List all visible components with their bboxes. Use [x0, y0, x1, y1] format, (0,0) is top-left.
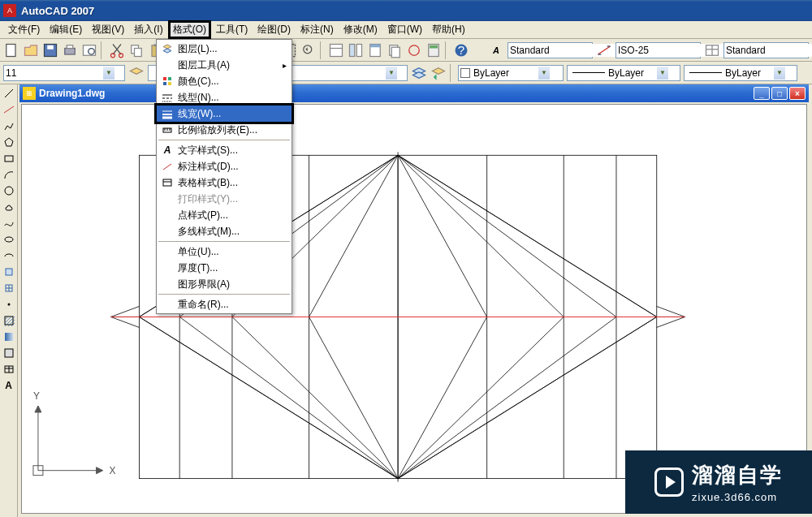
dropdown-arrow-icon[interactable] — [774, 67, 785, 80]
svg-line-66 — [398, 155, 616, 317]
gradient-icon[interactable] — [2, 330, 16, 344]
textstyle-icon[interactable]: A — [487, 41, 505, 59]
circle-icon[interactable] — [2, 183, 16, 198]
mtext-icon[interactable]: A — [2, 378, 16, 393]
new-icon[interactable] — [2, 41, 20, 59]
tablestyle-select[interactable] — [723, 42, 809, 58]
hatch-icon[interactable] — [2, 313, 16, 328]
ellipsearc-icon[interactable] — [2, 248, 16, 263]
menu-help[interactable]: 帮助(H) — [427, 21, 470, 38]
arc-icon[interactable] — [2, 167, 16, 182]
menu-scalelist[interactable]: 比例缩放列表(E)... — [157, 122, 292, 138]
palette-icon — [160, 75, 175, 88]
watermark: 溜溜自学 zixue.3d66.com — [625, 450, 812, 514]
layerprev-icon[interactable] — [430, 64, 447, 82]
table-icon[interactable] — [2, 362, 16, 377]
minimize-button[interactable]: _ — [754, 87, 770, 100]
svg-rect-20 — [350, 44, 355, 56]
print-icon[interactable] — [61, 41, 79, 59]
zoom-prev-icon[interactable] — [300, 41, 317, 59]
line-swatch — [572, 72, 605, 73]
svg-line-86 — [657, 317, 685, 327]
dropdown-arrow-icon[interactable] — [538, 67, 550, 80]
menu-pointstyle[interactable]: 点样式(P)... — [157, 207, 292, 223]
svg-rect-40 — [5, 156, 13, 162]
point-icon[interactable] — [2, 297, 16, 312]
textstyle-select[interactable] — [508, 42, 593, 58]
svg-rect-25 — [391, 47, 400, 58]
ellipse-icon[interactable] — [2, 232, 16, 247]
copy-icon[interactable] — [127, 41, 145, 59]
svg-rect-3 — [65, 48, 76, 54]
menu-dimstyle[interactable]: 标注样式(D)... — [157, 158, 292, 174]
dimstyle-select[interactable] — [615, 42, 701, 58]
menu-limits[interactable]: 图形界限(A) — [157, 276, 292, 292]
cut-icon[interactable] — [108, 41, 126, 59]
calc-icon[interactable] — [425, 41, 443, 59]
menu-edit[interactable]: 编辑(E) — [45, 21, 87, 38]
region-icon[interactable] — [2, 346, 16, 360]
linetype-select[interactable] — [567, 65, 680, 81]
toolbar-properties — [0, 62, 812, 84]
insert-block-icon[interactable] — [2, 265, 16, 279]
menu-tools[interactable]: 工具(T) — [211, 21, 253, 38]
dropdown-arrow-icon[interactable] — [657, 67, 668, 80]
menu-insert[interactable]: 插入(I) — [129, 21, 167, 38]
maximize-button[interactable]: □ — [771, 87, 788, 100]
menu-layer-tools[interactable]: 图层工具(A) — [157, 57, 292, 73]
menu-file[interactable]: 文件(F) — [3, 21, 45, 38]
menu-layer[interactable]: 图层(L)... — [157, 41, 292, 57]
menu-dim[interactable]: 标注(N) — [296, 21, 339, 38]
dimstyle-icon[interactable] — [595, 41, 613, 59]
layerstate-icon[interactable] — [410, 64, 428, 82]
menu-textstyle[interactable]: A文字样式(S)... — [157, 142, 292, 158]
menu-color[interactable]: 颜色(C)... — [157, 73, 292, 89]
make-block-icon[interactable] — [2, 281, 16, 295]
menu-draw[interactable]: 绘图(D) — [253, 21, 296, 38]
plot-preview-icon[interactable] — [80, 41, 98, 59]
properties-icon[interactable] — [327, 41, 345, 59]
menu-view[interactable]: 视图(V) — [87, 21, 129, 38]
revcloud-icon[interactable] — [2, 200, 16, 214]
polygon-icon[interactable] — [2, 135, 16, 149]
toolpalette-icon[interactable] — [366, 41, 384, 59]
menu-thickness[interactable]: 厚度(T)... — [157, 260, 292, 276]
svg-rect-106 — [163, 179, 171, 186]
draw-toolbar: A — [0, 84, 18, 517]
polyline-icon[interactable] — [2, 118, 16, 133]
svg-line-83 — [111, 307, 140, 317]
xline-icon[interactable] — [2, 102, 16, 117]
svg-point-42 — [5, 237, 13, 242]
lineweight-select[interactable] — [684, 65, 797, 81]
markup-icon[interactable] — [405, 41, 423, 59]
close-button[interactable]: × — [789, 87, 806, 100]
help-icon[interactable]: ? — [452, 41, 470, 59]
font-select[interactable] — [3, 65, 125, 81]
dropdown-arrow-icon[interactable] — [103, 67, 114, 80]
rectangle-icon[interactable] — [2, 151, 16, 166]
tablestyle-icon[interactable] — [703, 41, 721, 59]
menu-bar: 文件(F) 编辑(E) 视图(V) 插入(I) 格式(O) 工具(T) 绘图(D… — [0, 21, 812, 39]
spline-icon[interactable] — [2, 216, 16, 230]
textstyle-value — [510, 44, 632, 57]
save-icon[interactable] — [41, 41, 59, 59]
color-select[interactable] — [458, 65, 564, 81]
svg-line-70 — [232, 317, 398, 478]
menu-tablestyle[interactable]: 表格样式(B)... — [157, 174, 292, 191]
line-icon[interactable] — [2, 86, 16, 101]
menu-units[interactable]: 单位(U)... — [157, 243, 292, 260]
layer-btn-icon[interactable] — [127, 64, 145, 82]
sheet-set-icon[interactable] — [386, 41, 404, 59]
designcenter-icon[interactable] — [347, 41, 365, 59]
menu-window[interactable]: 窗口(W) — [382, 21, 427, 38]
menu-mlinestyle[interactable]: 多线样式(M)... — [157, 223, 292, 239]
svg-rect-46 — [5, 317, 13, 325]
menu-modify[interactable]: 修改(M) — [339, 21, 382, 38]
document-title-bar[interactable]: 🗎 Drawing1.dwg _ □ × — [19, 84, 809, 102]
open-icon[interactable] — [22, 41, 40, 59]
menu-separator — [158, 294, 290, 295]
linetype-icon — [160, 91, 175, 104]
menu-rename[interactable]: 重命名(R)... — [157, 296, 292, 312]
dropdown-arrow-icon[interactable] — [386, 67, 397, 80]
menu-format[interactable]: 格式(O) — [168, 20, 211, 39]
